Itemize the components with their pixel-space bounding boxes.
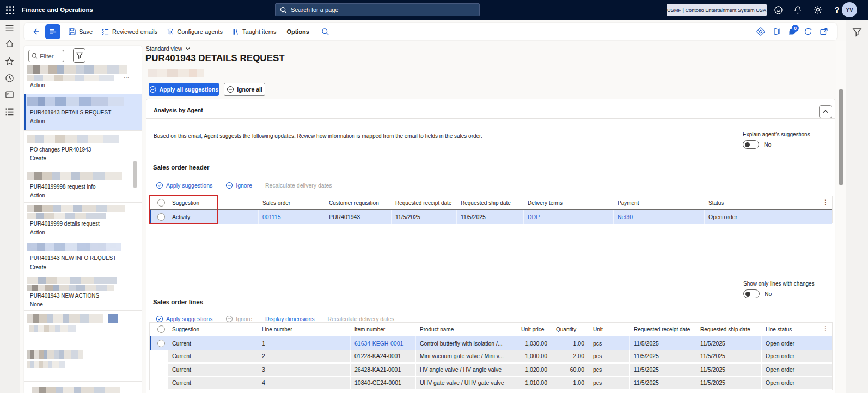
explain-toggle-label: Explain agent's suggestions <box>743 131 852 137</box>
reviewed-emails-button[interactable]: Reviewed emails <box>101 28 157 36</box>
email-item-4[interactable]: PUR40199998 request info Action <box>24 166 142 203</box>
apply-all-suggestions-button[interactable]: Apply all suggestions <box>149 83 219 96</box>
block-icon <box>227 86 234 93</box>
soh-table-header: Suggestion Sales order Customer requisit… <box>150 196 832 210</box>
email-item-10[interactable] <box>24 382 142 393</box>
email-item-3[interactable]: PO changes PUR401943 Create <box>24 131 142 166</box>
filter-pane-strip <box>846 20 868 393</box>
back-button[interactable] <box>32 27 40 36</box>
analysis-description: Based on this email, Agent suggests the … <box>154 133 482 139</box>
app-launcher-icon[interactable] <box>4 4 15 15</box>
soh-sales-order-link[interactable]: 001115 <box>259 210 325 224</box>
ignore-all-button[interactable]: Ignore all <box>224 83 265 96</box>
taught-items-button[interactable]: Taught items <box>231 28 276 36</box>
soh-section-title: Sales order header <box>153 164 210 171</box>
soh-table-row[interactable]: Activity 001115 PUR401943 11/5/2025 11/5… <box>150 210 832 224</box>
modules-icon[interactable] <box>5 107 15 117</box>
sol-table-row-1[interactable]: Current 1 61634-KEGH-0001 Control butter… <box>150 336 832 350</box>
search-icon <box>32 53 38 59</box>
configure-agents-button[interactable]: Configure agents <box>166 28 223 36</box>
home-icon[interactable] <box>5 39 15 49</box>
view-selector[interactable]: Standard view <box>146 45 191 52</box>
copilot-icon[interactable] <box>773 4 784 15</box>
open-in-new-icon[interactable] <box>820 27 828 36</box>
email-item-6[interactable]: PUR401943 NEW INFO REQUEST Create <box>24 239 142 274</box>
chevron-down-icon <box>185 46 191 51</box>
soh-delivery-terms-link[interactable]: DDP <box>524 210 614 224</box>
recent-icon[interactable] <box>5 74 15 83</box>
sol-table-more-icon[interactable]: ⋮ <box>822 325 829 332</box>
expand-menu-icon[interactable] <box>5 23 15 33</box>
email-list-scrollbar-thumb[interactable] <box>133 161 137 188</box>
d365-apps-icon[interactable] <box>772 27 781 36</box>
explain-toggle-value: No <box>764 141 771 148</box>
filter-pane-icon[interactable] <box>852 27 862 37</box>
refresh-icon[interactable] <box>804 27 812 36</box>
top-bar: Finance and Operations Search for a page… <box>0 0 868 20</box>
explain-toggle[interactable] <box>743 140 759 149</box>
sol-table-row-2[interactable]: Current 2 01228-KA24-0001 Mini vacuum ga… <box>150 350 832 364</box>
messages-icon[interactable]: 0 <box>788 27 797 36</box>
email-filter-button[interactable] <box>73 48 85 63</box>
environment-badge[interactable]: USMF | Contoso Entertainment System USA <box>667 4 767 16</box>
email-item-7[interactable]: PUR401943 NEW ACTIONS None <box>24 274 142 311</box>
show-only-toggle-block: Show only lines with changes No <box>743 281 852 298</box>
email-item-8[interactable] <box>24 311 142 346</box>
email-list-panel: Filter ... Action PUR401943 DETAILS REQU… <box>24 46 142 393</box>
sol-table: Suggestion Line number Item number Produ… <box>149 322 833 390</box>
sol-table-row-3[interactable]: Current 3 26428-KA21-0001 HV angle valve… <box>150 364 832 377</box>
sol-select-all-radio[interactable] <box>157 325 165 333</box>
sol-table-header: Suggestion Line number Item number Produ… <box>150 323 832 336</box>
search-icon <box>280 7 287 14</box>
block-icon <box>225 182 233 189</box>
show-only-toggle-label: Show only lines with changes <box>743 281 852 287</box>
options-tab[interactable]: Options <box>286 28 309 35</box>
favorites-icon[interactable] <box>5 57 15 66</box>
analysis-section-title: Analysis by Agent <box>154 107 203 113</box>
taught-items-icon <box>231 28 240 36</box>
chevron-up-icon <box>822 108 829 115</box>
settings-icon[interactable] <box>812 4 823 15</box>
show-only-toggle[interactable] <box>743 289 760 298</box>
save-button[interactable]: Save <box>68 28 93 36</box>
soh-apply-suggestions-link[interactable]: Apply suggestions <box>156 182 212 189</box>
sol-display-dimensions-link[interactable]: Display dimensions <box>265 316 314 322</box>
soh-recalculate-link: Recalculate delivery dates <box>265 182 332 189</box>
email-item-8-chip <box>108 314 118 323</box>
email-item-5[interactable]: PUR4019999 details request Action <box>24 203 142 239</box>
toolbar-search-icon[interactable] <box>321 28 329 36</box>
explain-toggle-block: Explain agent's suggestions No <box>743 131 852 149</box>
action-pane: Save Reviewed emails Configure agents Ta… <box>24 23 837 40</box>
block-icon <box>225 315 233 323</box>
collapse-section-button[interactable] <box>819 105 832 118</box>
email-item-9[interactable] <box>24 346 142 382</box>
email-item-1[interactable]: ... Action <box>24 65 142 94</box>
email-filter-input[interactable]: Filter <box>28 50 64 62</box>
sol-recalculate-link: Recalculate delivery dates <box>327 316 394 322</box>
sol-row1-radio[interactable] <box>157 340 165 347</box>
email-item-2-selected[interactable]: PUR401943 DETAILS REQUEST Action <box>24 94 142 131</box>
notifications-icon[interactable] <box>792 4 803 15</box>
page-subtitle-redacted <box>148 69 204 77</box>
show-only-toggle-value: No <box>765 291 772 297</box>
avatar[interactable]: YV <box>842 2 857 17</box>
sol-apply-suggestions-link[interactable]: Apply suggestions <box>156 315 212 323</box>
soh-payment-link[interactable]: Net30 <box>614 210 705 224</box>
reviewed-emails-icon <box>101 28 109 36</box>
annotation-red-box <box>149 195 218 224</box>
analysis-card: Analysis by Agent Based on this email, A… <box>146 99 835 393</box>
power-apps-icon[interactable] <box>756 27 765 36</box>
main-scrollbar[interactable] <box>836 41 846 393</box>
sol-table-row-4[interactable]: Current 4 10840-CE24-0001 UHV gate valve… <box>150 377 832 390</box>
sol-section-title: Sales order lines <box>153 299 203 305</box>
sol-ignore-link: Ignore <box>225 315 252 323</box>
email-list-toggle-button[interactable] <box>45 24 60 39</box>
check-circle-icon <box>156 182 163 189</box>
check-circle-icon <box>149 86 156 93</box>
global-search-input[interactable]: Search for a page <box>275 3 480 16</box>
workspaces-icon[interactable] <box>5 90 15 100</box>
help-icon[interactable]: ? <box>832 4 842 15</box>
soh-ignore-link[interactable]: Ignore <box>225 182 252 189</box>
soh-table-more-icon[interactable]: ⋮ <box>822 199 829 205</box>
sol-item-number-link[interactable]: 61634-KEGH-0001 <box>351 336 416 350</box>
